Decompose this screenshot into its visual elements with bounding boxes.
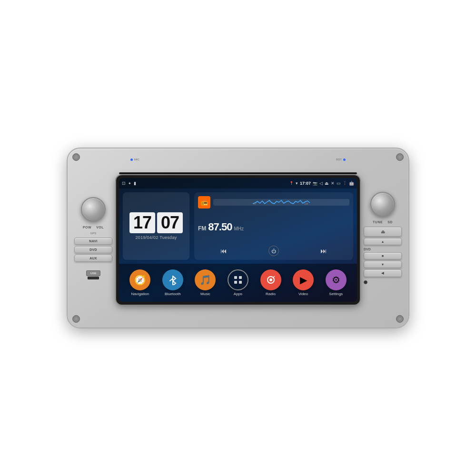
gps-status-icon: 📍 xyxy=(289,181,294,185)
tune-label: TUNE xyxy=(373,220,383,224)
dvd-label: DVD xyxy=(364,248,402,251)
usb-slot[interactable] xyxy=(88,277,99,279)
mount-hole-tr xyxy=(396,153,404,161)
right-knob[interactable] xyxy=(370,192,395,217)
settings-icon-circle: ⚙ xyxy=(326,269,347,290)
gps-label: GPS xyxy=(90,232,97,235)
screen-content: 17 07 2019/04/02 Tuesday 📻 xyxy=(119,188,357,264)
bluetooth-status-icon: ✦ xyxy=(128,181,131,186)
svg-rect-3 xyxy=(239,276,242,279)
pow-label: POW xyxy=(83,226,91,229)
bluetooth-icon-circle xyxy=(162,269,183,290)
svg-rect-2 xyxy=(234,276,237,279)
navigation-icon-circle: 🧭 xyxy=(129,269,150,290)
radio-widget: 📻 87 108 FM xyxy=(194,192,353,260)
menu-status-icon[interactable]: ⋮ xyxy=(343,181,347,186)
clock-time: 17 07 xyxy=(129,212,183,233)
eject-button[interactable]: ⏏ xyxy=(364,227,402,237)
mount-hole-tl xyxy=(72,153,80,161)
app-settings[interactable]: ⚙ Settings xyxy=(326,269,347,296)
cd-slot[interactable] xyxy=(119,172,357,174)
rst-indicator: RST xyxy=(336,158,346,161)
recents-status-icon: ▭ xyxy=(337,181,341,186)
prev-track-button[interactable]: ⏮ xyxy=(218,246,230,256)
sd-label: SD xyxy=(387,220,393,224)
android-icon: 🤖 xyxy=(349,181,354,186)
eject-status-icon: ⏏ xyxy=(325,181,329,186)
radio-icon-circle xyxy=(260,269,281,290)
app-icons-row: 🧭 Navigation Bluetooth xyxy=(119,264,357,302)
mic-indicator: MIC xyxy=(130,158,139,161)
status-bar: ⊡ ✦ ▮ 📍 ▾ 17:07 📷 ◁ ⏏ ✕ ▭ xyxy=(119,178,357,188)
mount-hole-bl xyxy=(72,315,80,323)
battery-icon: ▮ xyxy=(134,181,136,186)
music-icon-circle: 🎵 xyxy=(195,269,216,290)
right-panel: TUNE SD ⏏ ▲ DVD ■ ▼ ◀ xyxy=(364,192,402,284)
radio-controls: ⏮ ⏻ ⏭ xyxy=(198,246,349,256)
app-navigation[interactable]: 🧭 Navigation xyxy=(129,269,150,296)
close-status-icon: ✕ xyxy=(331,181,335,186)
settings-label: Settings xyxy=(329,292,343,296)
aux-button[interactable]: AUX xyxy=(74,255,112,262)
next-track-button[interactable]: ⏭ xyxy=(317,246,330,256)
wifi-status-icon: ▾ xyxy=(296,181,298,186)
music-label: Music xyxy=(200,292,210,296)
clock-hour: 17 xyxy=(129,212,155,233)
ir-dot xyxy=(364,280,367,284)
apps-label: Apps xyxy=(234,292,242,296)
fm-label: FM xyxy=(198,225,206,232)
radio-freq-bar: 87 108 xyxy=(213,199,349,206)
svg-rect-5 xyxy=(239,281,242,284)
right-buttons: ⏏ ▲ DVD ■ ▼ ◀ xyxy=(364,227,402,284)
left-buttons: NAVI DVD AUX xyxy=(74,238,112,262)
screen-bezel: ⊡ ✦ ▮ 📍 ▾ 17:07 📷 ◁ ⏏ ✕ ▭ xyxy=(116,175,360,305)
right-btn-4[interactable]: ◀ xyxy=(364,269,402,277)
mic-text: MIC xyxy=(134,158,139,161)
svg-text:108: 108 xyxy=(304,202,308,205)
radio-power-button[interactable]: ⏻ xyxy=(268,246,279,256)
app-apps[interactable]: Apps xyxy=(228,269,248,296)
right-btn-2[interactable]: ■ xyxy=(364,252,402,259)
clock-date: 2019/04/02 Tuesday xyxy=(136,235,177,240)
main-screen: ⊡ ✦ ▮ 📍 ▾ 17:07 📷 ◁ ⏏ ✕ ▭ xyxy=(119,178,357,302)
camera-status-icon: 📷 xyxy=(313,181,317,186)
svg-rect-4 xyxy=(234,281,237,284)
status-right: 📍 ▾ 17:07 📷 ◁ ⏏ ✕ ▭ ⋮ 🤖 xyxy=(289,181,354,186)
svg-line-8 xyxy=(273,276,275,278)
home-icon[interactable]: ⊡ xyxy=(122,181,126,186)
status-left: ⊡ ✦ ▮ xyxy=(122,181,136,186)
app-bluetooth[interactable]: Bluetooth xyxy=(162,269,183,296)
rst-text: RST xyxy=(336,158,342,161)
right-btn-1[interactable]: ▲ xyxy=(364,238,402,245)
radio-header: 📻 87 108 xyxy=(198,196,349,208)
clock-widget: 17 07 2019/04/02 Tuesday xyxy=(123,192,189,260)
navi-button[interactable]: NAVI xyxy=(74,238,112,245)
svg-text:87: 87 xyxy=(254,202,257,205)
app-music[interactable]: 🎵 Music xyxy=(195,269,216,296)
screen-container: MIC RST ⊡ ✦ ▮ xyxy=(116,171,360,305)
app-video[interactable]: ▶ Video xyxy=(293,269,314,296)
app-radio[interactable]: Radio xyxy=(260,269,281,296)
rst-dot xyxy=(343,159,346,161)
navigation-label: Navigation xyxy=(131,292,149,296)
dvd-button-left[interactable]: DVD xyxy=(74,246,112,253)
svg-point-7 xyxy=(269,278,272,281)
vol-label: VOL xyxy=(96,226,104,229)
right-btn-3[interactable]: ▼ xyxy=(364,261,402,268)
usb-label: USB xyxy=(86,270,101,276)
bluetooth-label: Bluetooth xyxy=(165,292,181,296)
volume-status-icon: ◁ xyxy=(319,181,323,186)
mic-dot xyxy=(130,159,133,161)
clock-minute: 07 xyxy=(157,212,183,233)
left-knob[interactable] xyxy=(81,197,106,222)
status-time: 17:07 xyxy=(300,181,311,186)
apps-icon-circle xyxy=(228,269,248,290)
video-icon-circle: ▶ xyxy=(293,269,314,290)
radio-frequency: 87.50 xyxy=(208,221,232,233)
radio-icon: 📻 xyxy=(198,196,210,208)
car-unit: POW VOL GPS NAVI DVD AUX USB MIC R xyxy=(67,148,409,328)
radio-info: FM 87.50 MHz xyxy=(198,221,349,233)
mhz-label: MHz xyxy=(234,226,244,231)
radio-label: Radio xyxy=(266,292,276,296)
video-label: Video xyxy=(298,292,308,296)
